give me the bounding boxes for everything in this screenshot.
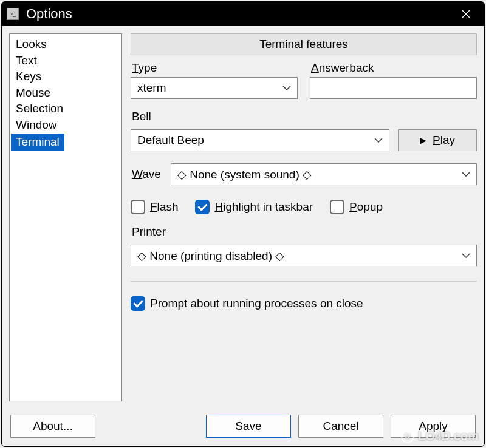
window-title: Options — [26, 6, 453, 22]
cancel-button[interactable]: Cancel — [298, 415, 383, 438]
sidebar-item-selection[interactable]: Selection — [11, 101, 68, 115]
answerback-input[interactable] — [310, 77, 477, 99]
sidebar-item-mouse[interactable]: Mouse — [11, 86, 55, 100]
play-icon: ▶ — [420, 135, 426, 145]
prompt-checkbox[interactable]: Prompt about running processes on close — [131, 296, 363, 311]
chevron-down-icon — [282, 86, 291, 90]
sidebar-item-text[interactable]: Text — [11, 53, 42, 67]
close-icon — [462, 10, 470, 18]
titlebar: >_ Options — [2, 2, 484, 26]
checkbox-box — [195, 200, 210, 214]
bell-checkbox-row: Flash Highlight in taskbar Popup — [131, 200, 477, 214]
printer-label: Printer — [131, 225, 477, 239]
checkbox-box — [131, 200, 145, 214]
type-value: xterm — [137, 81, 166, 95]
popup-label: Popup — [349, 200, 383, 214]
prompt-label: Prompt about running processes on close — [150, 297, 363, 310]
section-header: Terminal features — [131, 33, 477, 55]
save-button[interactable]: Save — [206, 415, 291, 438]
sidebar-item-keys[interactable]: Keys — [11, 69, 46, 83]
flash-label: Flash — [150, 200, 178, 214]
popup-checkbox[interactable]: Popup — [330, 200, 383, 214]
bell-label: Bell — [131, 110, 477, 123]
wave-select[interactable]: ◇ None (system sound) ◇ — [171, 163, 477, 185]
divider — [131, 281, 477, 282]
flash-checkbox[interactable]: Flash — [131, 200, 178, 214]
category-sidebar[interactable]: Looks Text Keys Mouse Selection Window T… — [9, 33, 122, 401]
type-answerback-row: Type xterm Answerback — [131, 61, 477, 99]
about-button[interactable]: About... — [10, 415, 95, 438]
sidebar-item-window[interactable]: Window — [11, 118, 62, 132]
content-area: Looks Text Keys Mouse Selection Window T… — [2, 26, 484, 409]
type-select[interactable]: xterm — [131, 77, 298, 99]
chevron-down-icon — [462, 172, 470, 177]
highlight-checkbox[interactable]: Highlight in taskbar — [195, 200, 313, 214]
options-window: >_ Options Looks Text Keys Mouse Selecti… — [1, 1, 485, 447]
main-panel: Terminal features Type xterm Answerback — [131, 33, 477, 401]
bell-sound-select[interactable]: Default Beep — [131, 129, 389, 151]
close-button[interactable] — [453, 2, 479, 26]
play-label: Play — [433, 134, 455, 147]
app-icon: >_ — [7, 8, 19, 20]
apply-button[interactable]: Apply — [391, 415, 476, 438]
wave-value: ◇ None (system sound) ◇ — [177, 168, 312, 182]
chevron-down-icon — [374, 138, 383, 143]
checkbox-box — [131, 296, 145, 311]
wave-row: Wave ◇ None (system sound) ◇ — [131, 163, 477, 185]
type-label: Type — [131, 61, 298, 75]
sidebar-item-terminal[interactable]: Terminal — [11, 134, 64, 151]
sidebar-item-looks[interactable]: Looks — [11, 37, 52, 51]
bell-row: Default Beep ▶ Play — [131, 129, 477, 151]
wave-label: Wave — [131, 168, 161, 181]
play-button[interactable]: ▶ Play — [398, 129, 477, 151]
footer: About... Save Cancel Apply — [2, 409, 484, 446]
bell-sound-value: Default Beep — [137, 134, 204, 147]
printer-select[interactable]: ◇ None (printing disabled) ◇ — [131, 245, 477, 266]
answerback-label: Answerback — [310, 61, 477, 75]
chevron-down-icon — [462, 253, 470, 258]
highlight-label: Highlight in taskbar — [214, 200, 313, 214]
printer-value: ◇ None (printing disabled) ◇ — [137, 249, 284, 263]
checkbox-box — [330, 200, 344, 214]
prompt-row: Prompt about running processes on close — [131, 296, 477, 311]
